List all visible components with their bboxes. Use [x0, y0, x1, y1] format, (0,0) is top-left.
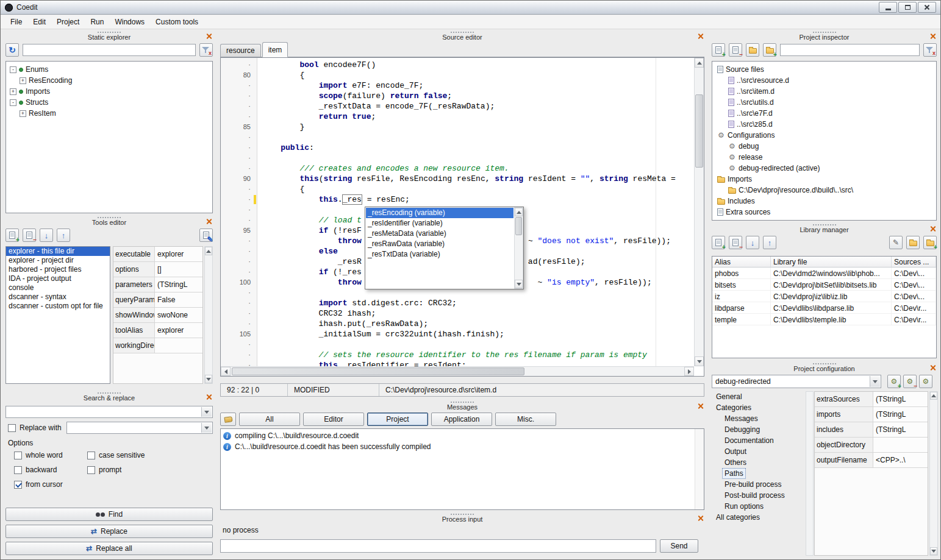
scroll-thumb[interactable]: [515, 217, 522, 235]
scroll-left-button[interactable]: [221, 367, 231, 376]
clone-config-button[interactable]: [919, 375, 932, 388]
panel-close-icon[interactable]: [929, 225, 936, 232]
menu-project[interactable]: Project: [52, 16, 84, 28]
panel-close-icon[interactable]: [206, 394, 212, 400]
tree-toggle[interactable]: -: [10, 66, 16, 73]
scroll-thumb[interactable]: [695, 94, 703, 168]
code-line[interactable]: · scope(failure) return false;: [221, 91, 694, 101]
send-button[interactable]: Send: [660, 539, 698, 553]
scroll-up-button[interactable]: [205, 247, 212, 255]
code-line[interactable]: ·: [221, 132, 694, 143]
panel-close-icon[interactable]: [206, 218, 212, 225]
tree-item-enums[interactable]: -Enums: [6, 64, 212, 75]
code-line[interactable]: · public:: [221, 143, 694, 153]
config-grid-scrollbar[interactable]: [929, 391, 938, 556]
checkbox-from-cursor[interactable]: from cursor: [14, 479, 160, 490]
project-tree-item[interactable]: Imports: [712, 174, 936, 185]
property-value[interactable]: [155, 338, 202, 353]
completion-item[interactable]: _resRawData (variable): [366, 239, 513, 249]
close-button[interactable]: [918, 2, 936, 13]
scroll-up-button[interactable]: [930, 392, 937, 400]
panel-header[interactable]: Tools editor: [3, 216, 215, 227]
move-tool-down-button[interactable]: [40, 229, 53, 242]
scroll-up-button[interactable]: [695, 58, 704, 68]
project-tree-item[interactable]: Source files: [712, 64, 936, 75]
tree-toggle[interactable]: -: [10, 99, 16, 106]
search-term-combo[interactable]: [5, 406, 213, 418]
code-line[interactable]: · bool encodee7F(): [221, 60, 694, 70]
combo-drop-button[interactable]: [201, 423, 212, 433]
category-item-others[interactable]: Others: [712, 457, 804, 468]
category-item-documentation[interactable]: Documentation: [712, 435, 804, 446]
refresh-button[interactable]: [5, 43, 19, 57]
property-value[interactable]: swoNone: [155, 308, 202, 322]
tool-list-item[interactable]: harbored - project files: [6, 265, 110, 274]
property-value[interactable]: explorer: [155, 247, 202, 261]
combo-drop-button[interactable]: [870, 376, 880, 387]
property-value[interactable]: <CPP>..\: [873, 453, 928, 467]
filter-button-all[interactable]: All: [239, 413, 300, 426]
property-value[interactable]: []: [155, 262, 202, 277]
code-line[interactable]: · import std.digest.crc: CRC32;: [221, 298, 694, 308]
replace-all-button[interactable]: Replace all: [5, 542, 213, 555]
edit-tool-button[interactable]: [199, 229, 213, 242]
project-tree-item[interactable]: ..\src\item.d: [712, 86, 936, 97]
completion-item[interactable]: _resTxtData (variable): [366, 249, 513, 260]
add-folder-sources-button[interactable]: [763, 43, 776, 57]
editor-hscrollbar[interactable]: [221, 366, 694, 376]
panel-close-icon[interactable]: [697, 33, 704, 40]
column-header-sources[interactable]: Sources ...: [892, 257, 936, 267]
code-line[interactable]: 80 {: [221, 70, 694, 80]
add-folder-button[interactable]: [746, 43, 759, 57]
panel-header[interactable]: Project inspector: [709, 30, 939, 41]
property-value[interactable]: False: [155, 292, 202, 307]
column-header-library-file[interactable]: Library file: [771, 257, 892, 267]
code-line[interactable]: · this._res = resEnc;: [221, 194, 694, 205]
message-row[interactable]: C:\...\build\resource.d.coedit has been …: [221, 441, 704, 452]
configuration-combo[interactable]: debug-redirected: [712, 375, 881, 388]
panel-header[interactable]: Project configuration: [709, 362, 939, 373]
checkbox-box[interactable]: [14, 452, 22, 459]
code-line[interactable]: · {: [221, 184, 694, 194]
tool-list-item[interactable]: explorer - this file dir: [6, 247, 110, 256]
category-item-post-build-process[interactable]: Post-build process: [712, 490, 804, 501]
combo-drop-button[interactable]: [201, 407, 212, 417]
completion-item[interactable]: _resEncoding (variable): [366, 208, 513, 218]
menu-run[interactable]: Run: [85, 16, 109, 28]
property-value[interactable]: (TStringL: [873, 407, 928, 422]
code-line[interactable]: · return true;: [221, 112, 694, 122]
tool-list-item[interactable]: console: [6, 283, 110, 292]
project-tree-item[interactable]: Extra sources: [712, 207, 936, 218]
panel-header[interactable]: Search & replace: [3, 391, 215, 402]
tool-list-item[interactable]: dscanner - syntax: [6, 292, 110, 302]
panel-close-icon[interactable]: [929, 33, 936, 40]
move-library-up-button[interactable]: [763, 236, 776, 249]
library-from-folder-button[interactable]: [906, 236, 920, 249]
add-library-folder-button[interactable]: [923, 236, 937, 249]
scroll-down-button[interactable]: [930, 547, 937, 555]
symbol-filter-input[interactable]: [23, 44, 196, 56]
project-tree-item[interactable]: Configurations: [712, 130, 936, 141]
tool-list-item[interactable]: explorer - project dir: [6, 256, 110, 265]
panel-header[interactable]: Source editor: [218, 30, 707, 41]
code-line[interactable]: · ihash.put(_resRawData);: [221, 319, 694, 329]
menu-file[interactable]: File: [5, 16, 27, 28]
project-tree-item[interactable]: C:\Dev\dproj\resource.d\build\..\src\: [712, 185, 936, 196]
maximize-button[interactable]: [898, 2, 917, 13]
code-line[interactable]: ·: [221, 153, 694, 163]
tree-item-structs[interactable]: -Structs: [6, 97, 212, 108]
checkbox-case-sensitive[interactable]: case sensitive: [87, 450, 160, 461]
add-tool-button[interactable]: [5, 229, 19, 242]
tab-resource[interactable]: resource: [220, 44, 261, 57]
property-value[interactable]: (TStringL: [873, 422, 928, 437]
remove-library-button[interactable]: [729, 236, 742, 249]
code-line[interactable]: 105 _initialSum = crc322uint(ihash.finis…: [221, 329, 694, 339]
category-item-messages[interactable]: Messages: [712, 413, 804, 424]
category-item-debugging[interactable]: Debugging: [712, 424, 804, 435]
library-row[interactable]: templeC:\Dev\dlibs\temple.libC:\Dev\r...: [712, 314, 936, 325]
tree-item-resitem[interactable]: +ResItem: [6, 108, 212, 119]
category-item-run-options[interactable]: Run options: [712, 501, 804, 512]
menu-windows[interactable]: Windows: [110, 16, 149, 28]
category-item-all-categories[interactable]: All categories: [712, 512, 804, 523]
panel-header[interactable]: Library manager: [709, 223, 939, 234]
